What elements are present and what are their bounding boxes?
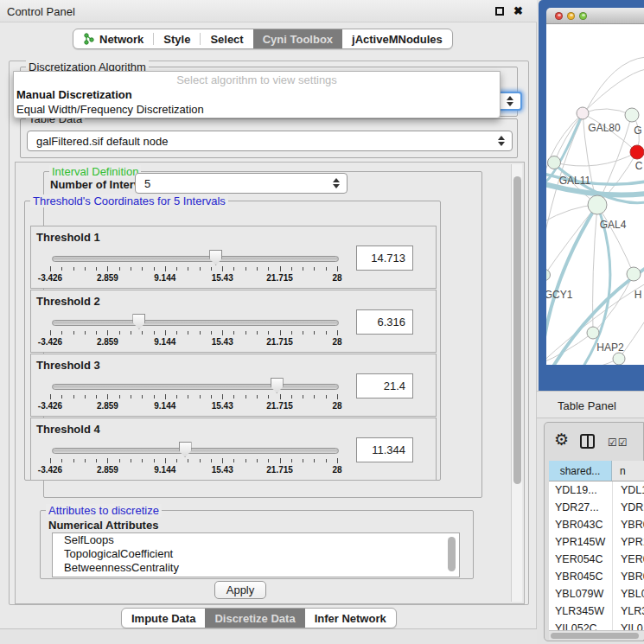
tab-jactivemnodules[interactable]: jActiveMNodules: [342, 29, 452, 48]
slider-tick: [50, 458, 51, 463]
network-edge[interactable]: [583, 109, 632, 115]
attribute-list-item[interactable]: SelfLoops: [53, 533, 459, 547]
network-edge[interactable]: [572, 359, 619, 365]
slider-track[interactable]: [52, 320, 339, 326]
table-row[interactable]: YIL052CYIL0: [549, 620, 644, 630]
tab-cyni-toolbox[interactable]: Cyni Toolbox: [253, 29, 342, 48]
tab-label: Select: [210, 33, 243, 46]
horizontal-scrollbar[interactable]: [549, 630, 644, 640]
slider-tick: [142, 395, 143, 399]
threshold-value-field[interactable]: 14.713: [356, 245, 413, 271]
tab-discretize-data[interactable]: Discretize Data: [205, 609, 304, 628]
slider-tick: [131, 395, 131, 399]
tab-style[interactable]: Style: [154, 29, 200, 48]
table-row[interactable]: YBR045CYBR0: [549, 568, 644, 585]
network-icon: [83, 33, 95, 45]
network-edge[interactable]: [546, 57, 644, 251]
dropdown-item-equal-width[interactable]: Equal Width/Frequency Discretization: [14, 102, 500, 117]
table-row[interactable]: YPR145WYPR1: [549, 533, 644, 551]
network-canvas[interactable]: GAL80GCGAL11GAL4GCY1HHAP2: [546, 24, 644, 365]
slider-tick: [154, 395, 155, 399]
close-traffic-light-icon[interactable]: [555, 12, 563, 20]
slider-tick-label: 21.715: [259, 401, 301, 411]
scrollbar-thumb[interactable]: [513, 176, 521, 484]
slider-track[interactable]: [52, 256, 339, 262]
network-edge[interactable]: [554, 152, 637, 166]
tab-infer-network[interactable]: Infer Network: [305, 609, 396, 628]
slider-tick-label: 15.43: [201, 273, 243, 283]
tab-impute-data[interactable]: Impute Data: [122, 609, 205, 628]
slider-handle[interactable]: [132, 314, 145, 329]
attribute-list-item[interactable]: TopologicalCoefficient: [53, 547, 459, 561]
table-cell: YLR345W: [549, 603, 612, 620]
table-row[interactable]: YBR043CYBR0: [549, 516, 644, 533]
settings-scroll-panel: Interval Definition Number of Intervals …: [15, 162, 525, 604]
table-row[interactable]: YLR345WYLR3: [549, 603, 644, 620]
table-row[interactable]: YDR27...YDR2: [549, 499, 644, 516]
dropdown-item-manual-discretization[interactable]: Manual Discretization: [14, 87, 500, 102]
slider-tick: [314, 459, 315, 462]
network-node-HAP2[interactable]: [587, 327, 599, 339]
threshold-value-field[interactable]: 6.316: [356, 309, 413, 335]
table-column-header[interactable]: n: [612, 461, 644, 481]
scrollbar-thumb[interactable]: [551, 633, 639, 639]
network-edge[interactable]: [546, 333, 593, 363]
vertical-scrollbar[interactable]: [511, 164, 522, 602]
split-columns-icon[interactable]: [580, 434, 595, 449]
network-graph: GAL80GCGAL11GAL4GCY1HHAP2: [546, 24, 644, 365]
slider-tick: [245, 267, 246, 271]
network-window-titlebar[interactable]: [546, 8, 644, 24]
threshold-value-field[interactable]: 11.344: [356, 437, 413, 462]
gear-icon[interactable]: ⚙: [554, 430, 569, 449]
table-row[interactable]: YER054CYER0: [549, 551, 644, 568]
minimize-traffic-light-icon[interactable]: [567, 12, 575, 20]
table-data-combobox[interactable]: galFiltered.sif default node: [27, 131, 513, 151]
network-node-GCY1[interactable]: [546, 270, 551, 281]
network-node-GAL80[interactable]: [577, 107, 589, 119]
table-panel-window: ⚙ ☑☑ shared...n YDL19...YDL1YDR27...YDR2…: [544, 422, 644, 641]
network-node-node-b[interactable]: [613, 353, 625, 365]
slider-tick: [303, 267, 303, 271]
slider-track[interactable]: [52, 384, 339, 390]
slider-tick: [188, 395, 188, 399]
slider-handle[interactable]: [271, 378, 284, 393]
top-tab-bar: Network Style Select Cyni Toolbox jActiv…: [73, 29, 453, 49]
float-window-icon[interactable]: [495, 7, 504, 16]
network-edge[interactable]: [597, 205, 634, 274]
threshold-label: Threshold 4: [36, 423, 100, 436]
network-node-GAL11[interactable]: [548, 156, 561, 169]
tab-network[interactable]: Network: [73, 29, 153, 48]
attribute-list-item[interactable]: BetweennessCentrality: [53, 561, 459, 575]
network-edge[interactable]: [583, 69, 644, 113]
network-node-node-h[interactable]: [627, 267, 641, 281]
table-column-header[interactable]: shared...: [549, 461, 612, 481]
threshold-label: Threshold 2: [36, 295, 100, 308]
slider-tick: [303, 459, 303, 462]
network-node-node-red[interactable]: [630, 145, 644, 159]
number-of-intervals-combobox[interactable]: 5: [135, 173, 348, 194]
slider-handle[interactable]: [209, 250, 222, 265]
table-row[interactable]: YDL19...YDL1: [549, 481, 644, 499]
tab-label: jActiveMNodules: [352, 33, 443, 46]
slider-handle[interactable]: [179, 442, 192, 457]
table-cell: YPR1: [612, 533, 644, 551]
select-columns-checkbox-icons[interactable]: ☑☑: [608, 437, 628, 449]
slider-tick: [188, 331, 188, 335]
threshold-panel-4: Threshold 4-3.4262.8599.14415.4321.71528…: [30, 418, 437, 481]
attribute-list[interactable]: SelfLoopsTopologicalCoefficientBetweenne…: [52, 532, 460, 577]
close-icon[interactable]: ✖: [513, 4, 523, 17]
slider-tick: [73, 395, 74, 399]
table-header-row: shared...n: [549, 461, 644, 481]
network-node-GAL4[interactable]: [588, 195, 607, 214]
network-node-node-g[interactable]: [625, 108, 639, 122]
slider-tick: [85, 331, 86, 335]
tab-select[interactable]: Select: [201, 29, 252, 48]
zoom-traffic-light-icon[interactable]: [579, 12, 587, 20]
threshold-value-field[interactable]: 21.4: [356, 373, 413, 399]
table-row[interactable]: YBL079WYBL0: [549, 585, 644, 603]
apply-button[interactable]: Apply: [214, 581, 266, 599]
network-node-label: GAL4: [600, 219, 627, 231]
scrollbar-thumb[interactable]: [448, 537, 456, 571]
slider-track[interactable]: [52, 448, 339, 454]
slider-tick: [119, 395, 120, 399]
